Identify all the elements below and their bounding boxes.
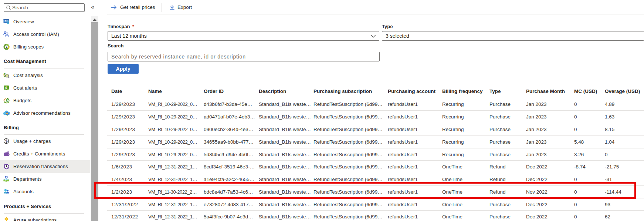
svg-text:S: S [4, 20, 6, 23]
svg-text:S: S [6, 46, 7, 48]
svg-text:$: $ [6, 99, 8, 103]
svg-text:$: $ [5, 139, 7, 143]
